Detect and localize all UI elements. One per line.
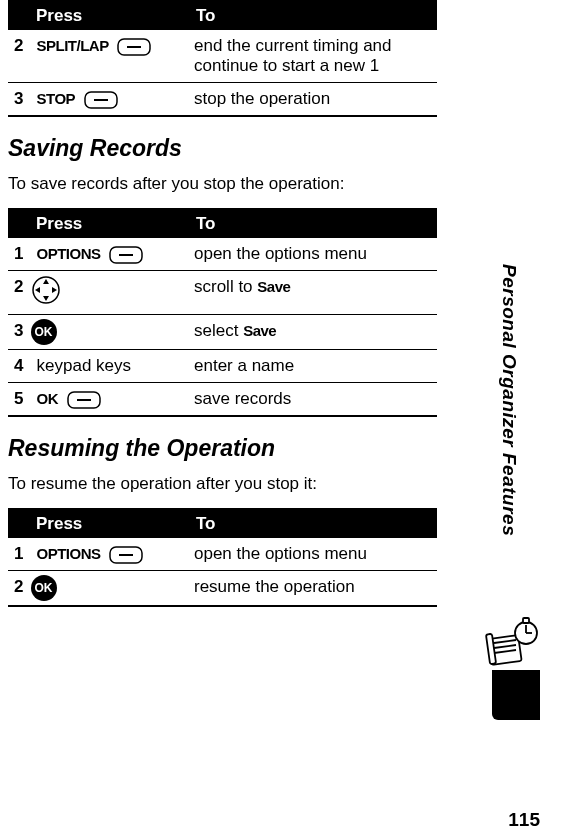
table-row: 2 scroll to Save	[8, 271, 437, 315]
step-number: 2	[8, 271, 31, 314]
table-row: 2 SPLIT/LAP end the current timing and c…	[8, 30, 437, 83]
step-desc: open the options menu	[188, 238, 437, 271]
step-number: 3	[8, 83, 31, 115]
softkey-icon	[109, 246, 143, 264]
step-desc: resume the operation	[188, 571, 437, 607]
softkey-icon	[67, 391, 101, 409]
key-label: OPTIONS	[37, 545, 101, 562]
step-desc: save records	[188, 383, 437, 417]
step-desc: select Save	[188, 315, 437, 350]
table-row: 1 OPTIONS open the options menu	[8, 238, 437, 271]
col-to: To	[188, 209, 437, 238]
step-desc: scroll to Save	[188, 271, 437, 315]
step-desc: enter a name	[188, 350, 437, 383]
step-desc: stop the operation	[188, 83, 437, 117]
heading-saving-records: Saving Records	[8, 135, 437, 162]
svg-marker-7	[43, 279, 49, 284]
svg-marker-8	[43, 296, 49, 301]
table-row: 3 STOP stop the operation	[8, 83, 437, 117]
step-desc: open the options menu	[188, 538, 437, 571]
key-label: OK	[37, 390, 59, 407]
svg-marker-10	[52, 287, 57, 293]
organizer-icon	[484, 615, 542, 670]
step-number: 2	[8, 571, 31, 605]
col-press: Press	[8, 209, 188, 238]
step-number: 1	[8, 538, 31, 570]
step-desc: end the current timing and continue to s…	[188, 30, 437, 83]
ok-icon: OK	[31, 575, 57, 601]
intro-text: To save records after you stop the opera…	[8, 174, 437, 194]
steps-table-3: Press To 1 OPTIONS open the options menu	[8, 508, 437, 607]
table-row: 1 OPTIONS open the options menu	[8, 538, 437, 571]
steps-table-1: Press To 2 SPLIT/LAP	[8, 0, 437, 117]
step-number: 3	[8, 315, 31, 349]
softkey-icon	[84, 91, 118, 109]
heading-resuming: Resuming the Operation	[8, 435, 437, 462]
col-to: To	[188, 1, 437, 30]
col-press: Press	[8, 1, 188, 30]
table-row: 5 OK save records	[8, 383, 437, 417]
side-section-label: Personal Organizer Features	[498, 155, 526, 645]
softkey-icon	[109, 546, 143, 564]
table-row: 3 OK select Save	[8, 315, 437, 350]
step-number: 2	[8, 30, 31, 62]
svg-rect-21	[523, 618, 529, 623]
nav-icon	[31, 275, 61, 310]
steps-table-2: Press To 1 OPTIONS open the options menu	[8, 208, 437, 417]
col-press: Press	[8, 509, 188, 538]
key-label: OPTIONS	[37, 245, 101, 262]
step-number: 5	[8, 383, 31, 415]
step-number: 1	[8, 238, 31, 270]
table-row: 4 keypad keys enter a name	[8, 350, 437, 383]
page-number: 115	[508, 809, 540, 831]
intro-text: To resume the operation after you stop i…	[8, 474, 437, 494]
softkey-icon	[117, 38, 151, 56]
key-label: keypad keys	[31, 350, 188, 382]
ok-icon: OK	[31, 319, 57, 345]
key-label: STOP	[37, 90, 76, 107]
svg-marker-9	[35, 287, 40, 293]
col-to: To	[188, 509, 437, 538]
key-label: SPLIT/LAP	[37, 37, 109, 54]
step-number: 4	[8, 350, 31, 382]
table-row: 2 OK resume the operation	[8, 571, 437, 607]
